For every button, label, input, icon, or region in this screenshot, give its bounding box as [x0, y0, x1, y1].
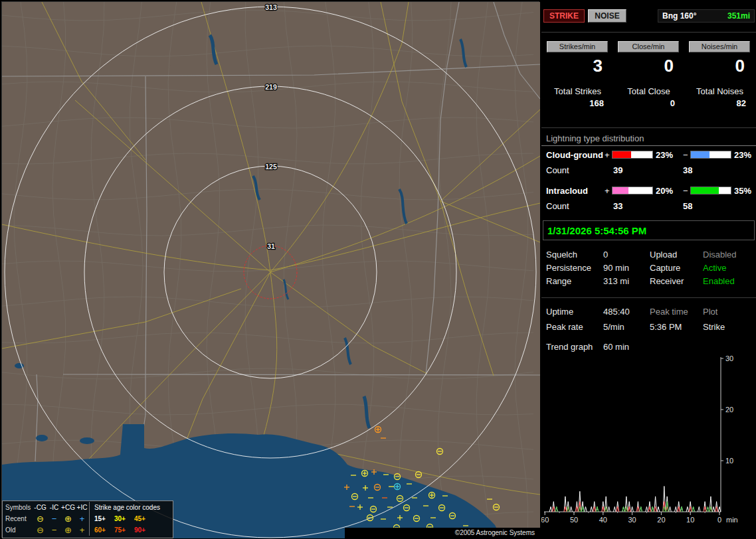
settings-row: Range 313 mi Receiver Enabled	[541, 276, 756, 288]
distribution-title: Lightning type distribution	[546, 133, 644, 143]
settings-row: Persistence 90 min Capture Active	[541, 263, 756, 275]
persistence-value: 90 min	[603, 263, 629, 273]
ic-positive-bar	[612, 187, 653, 194]
peak-time-value: 5:36 PM	[650, 322, 682, 332]
plus-sign: +	[605, 186, 610, 196]
ic-negative-fill	[691, 187, 719, 194]
stats-row: Uptime 485:40 Peak time Plot	[541, 307, 756, 319]
y-tick-label: 30	[725, 354, 733, 362]
noises-per-min-value: 0	[684, 56, 755, 76]
legend-row: Recent⊖−⊕+15+30+45+	[3, 513, 173, 524]
legend-row: Old⊖−⊕+60+75+90+	[3, 524, 173, 536]
trend-window-value: 60 min	[603, 342, 629, 352]
range-value: 313 mi	[603, 276, 629, 286]
strike-symbol-icon: ⊕	[61, 514, 75, 523]
ic-negative-percent: 35%	[734, 186, 751, 196]
x-tick-label: 40	[599, 516, 607, 524]
strike-symbol-icon: ⊖	[33, 526, 47, 534]
capture-label: Capture	[650, 263, 680, 273]
count-label: Count	[546, 165, 569, 175]
ic-negative-bar	[690, 187, 731, 194]
noises-per-min-button[interactable]: Noises/min	[689, 41, 750, 52]
age-code: 90+	[134, 526, 145, 534]
datetime-value: 1/31/2026 5:54:56 PM	[547, 225, 646, 236]
legend-col-cg-pos: +CG	[61, 504, 75, 511]
intracloud-row: Intracloud + 20% − 35%	[541, 186, 756, 198]
lightning-map[interactable]: 31321912531 Symbols -CG -IC +CG +IC Stri…	[1, 1, 539, 538]
x-tick-label: 20	[657, 516, 665, 524]
legend-row-label: Recent	[3, 515, 33, 522]
strike-symbol-icon: +	[75, 514, 89, 523]
age-code: 30+	[114, 515, 126, 522]
datetime-box: 1/31/2026 5:54:56 PM	[543, 220, 755, 240]
stats-row: Peak rate 5/min 5:36 PM Strike	[541, 322, 756, 334]
trend-graph-label: Trend graph	[546, 342, 593, 352]
plot-label: Plot	[703, 307, 717, 317]
total-close-label: Total Close	[613, 86, 684, 96]
range-ring-label: 313	[265, 3, 277, 11]
cg-positive-bar	[612, 151, 653, 159]
cg-negative-percent: 23%	[734, 150, 751, 160]
total-strikes-label: Total Strikes	[542, 86, 613, 96]
divider	[541, 145, 756, 146]
x-tick-label: 50	[570, 516, 578, 524]
strike-symbol-icon: −	[47, 526, 61, 534]
bearing-distance: 351mi	[727, 10, 750, 22]
total-noises-value: 82	[684, 98, 755, 108]
legend-age-header: Strike age color codes	[89, 502, 173, 513]
close-per-min-value: 0	[613, 56, 684, 76]
receiver-label: Receiver	[650, 276, 684, 286]
strike-toggle-button[interactable]: STRIKE	[543, 9, 585, 23]
strike-symbol-icon: −	[47, 514, 61, 523]
strike-symbol-icon: ⊕	[61, 526, 75, 534]
legend-rows: Recent⊖−⊕+15+30+45+Old⊖−⊕+60+75+90+	[3, 513, 173, 536]
cloud-ground-label: Cloud-ground	[546, 150, 603, 160]
x-tick-label: 10	[686, 516, 694, 524]
noise-toggle-button[interactable]: NOISE	[588, 9, 626, 23]
strikes-per-min-value: 3	[542, 56, 613, 76]
total-noises-label: Total Noises	[684, 86, 755, 96]
status-panel: STRIKE NOISE Bng 160° 351mi Strikes/min …	[541, 0, 756, 539]
intracloud-label: Intracloud	[546, 186, 588, 196]
divider	[541, 127, 756, 128]
uptime-value: 485:40	[603, 307, 630, 317]
squelch-value: 0	[603, 250, 608, 260]
divider	[541, 32, 756, 33]
age-codes: 60+75+90+	[89, 524, 173, 536]
bearing-label: Bng 160°	[662, 10, 696, 22]
strikes-per-min-button[interactable]: Strikes/min	[547, 41, 608, 52]
total-strikes-value: 168	[542, 98, 613, 108]
total-close-value: 0	[613, 98, 684, 108]
y-tick-label: 10	[725, 457, 733, 465]
minus-sign: −	[683, 186, 688, 196]
peak-rate-label: Peak rate	[546, 322, 583, 332]
plot-type-value: Strike	[703, 322, 725, 332]
stormvue-window: 31321912531 Symbols -CG -IC +CG +IC Stri…	[0, 0, 756, 539]
peak-rate-value: 5/min	[603, 322, 624, 332]
trend-series-Total	[549, 487, 721, 512]
range-ring-label: 125	[265, 163, 277, 171]
cg-positive-fill	[613, 151, 631, 158]
receiver-status: Enabled	[703, 276, 735, 286]
legend-col-cg-neg: -CG	[33, 504, 47, 511]
cg-negative-count: 38	[683, 165, 692, 175]
ic-positive-percent: 20%	[656, 186, 673, 196]
close-per-min-button[interactable]: Close/min	[618, 41, 679, 52]
map-canvas: 31321912531	[2, 2, 540, 538]
legend-header: Symbols -CG -IC +CG +IC Strike age color…	[3, 502, 173, 513]
cg-negative-bar	[690, 151, 731, 159]
age-code: 45+	[134, 515, 145, 522]
legend-col-ic-neg: -IC	[47, 504, 61, 511]
cg-negative-fill	[691, 151, 709, 158]
trend-graph-row: Trend graph 60 min	[541, 342, 756, 354]
legend-symbols-header: Symbols	[3, 504, 33, 511]
divider	[541, 297, 756, 298]
copyright: ©2005 Astrogenic Systems	[345, 528, 540, 538]
cloud-ground-row: Cloud-ground + 23% − 23%	[541, 150, 756, 162]
trend-chart: 1020306050403020100min	[541, 354, 756, 533]
ic-positive-fill	[613, 187, 628, 194]
ic-positive-count: 33	[613, 201, 622, 211]
capture-status: Active	[703, 263, 726, 273]
age-code: 60+	[94, 526, 106, 534]
upload-status: Disabled	[703, 250, 737, 260]
